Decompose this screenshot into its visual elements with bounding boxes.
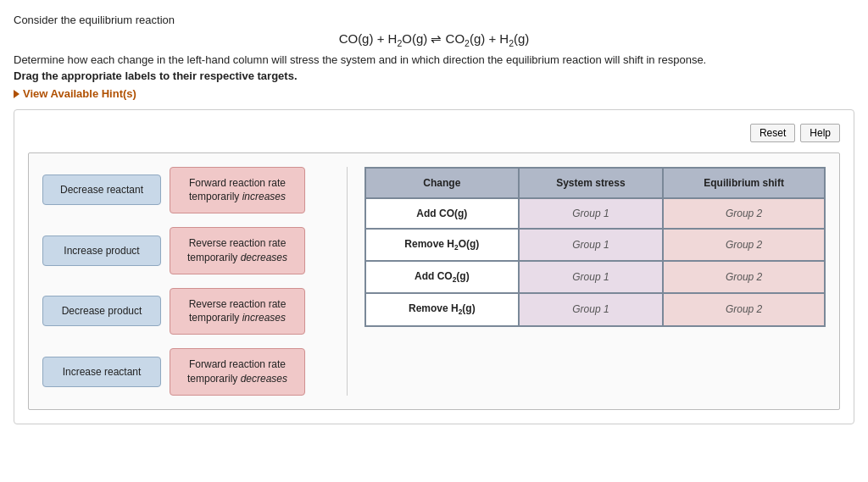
pink-label-2[interactable]: Reverse reaction rate temporarily decrea… xyxy=(170,227,305,274)
shift-cell-4[interactable]: Group 2 xyxy=(663,293,825,325)
description-text: Determine how each change in the left-ha… xyxy=(14,53,854,66)
list-item: Increase product Reverse reaction rate t… xyxy=(42,227,338,274)
stress-cell-3[interactable]: Group 1 xyxy=(519,261,664,293)
pink-label-3[interactable]: Reverse reaction rate temporarily increa… xyxy=(170,288,305,335)
blue-label-increase-product[interactable]: Increase product xyxy=(42,235,161,266)
stress-cell-2[interactable]: Group 1 xyxy=(519,229,664,261)
change-cell-1: Add CO(g) xyxy=(365,198,519,229)
equation: CO(g) + H2O(g) ⇌ CO2(g) + H2(g) xyxy=(14,31,854,48)
change-cell-4: Remove H2(g) xyxy=(365,293,519,325)
list-item: Decrease product Reverse reaction rate t… xyxy=(42,288,338,335)
hint-link[interactable]: View Available Hint(s) xyxy=(14,87,136,100)
col-header-stress: System stress xyxy=(519,168,664,198)
shift-cell-2[interactable]: Group 2 xyxy=(663,229,825,261)
top-buttons: Reset Help xyxy=(28,124,840,142)
equilibrium-table: Change System stress Equilibrium shift A… xyxy=(364,167,826,327)
col-header-shift: Equilibrium shift xyxy=(663,168,825,198)
list-item: Increase reactant Forward reaction rate … xyxy=(42,348,338,396)
list-item: Decrease reactant Forward reaction rate … xyxy=(42,167,338,214)
table-row: Add CO(g) Group 1 Group 2 xyxy=(365,198,825,229)
blue-label-decrease-product[interactable]: Decrease product xyxy=(42,296,161,326)
shift-cell-1[interactable]: Group 2 xyxy=(663,198,825,229)
change-cell-2: Remove H2O(g) xyxy=(365,229,519,261)
blue-label-increase-reactant[interactable]: Increase reactant xyxy=(42,357,161,387)
pink-label-4[interactable]: Forward reaction rate temporarily decrea… xyxy=(170,348,305,396)
table-row: Add CO2(g) Group 1 Group 2 xyxy=(365,261,825,293)
stress-cell-4[interactable]: Group 1 xyxy=(519,293,664,325)
reset-button[interactable]: Reset xyxy=(750,124,795,142)
drag-instruction: Drag the appropriate labels to their res… xyxy=(14,69,854,82)
hint-arrow-icon xyxy=(14,90,19,98)
header-section: Consider the equilibrium reaction CO(g) … xyxy=(14,14,854,101)
col-header-change: Change xyxy=(365,168,519,198)
table-panel: Change System stress Equilibrium shift A… xyxy=(364,167,826,396)
labels-panel: Decrease reactant Forward reaction rate … xyxy=(42,167,348,396)
table-row: Remove H2O(g) Group 1 Group 2 xyxy=(365,229,825,261)
hint-label: View Available Hint(s) xyxy=(23,87,136,100)
change-cell-3: Add CO2(g) xyxy=(365,261,519,293)
help-button[interactable]: Help xyxy=(800,124,840,142)
table-row: Remove H2(g) Group 1 Group 2 xyxy=(365,293,825,325)
shift-cell-3[interactable]: Group 2 xyxy=(663,261,825,293)
blue-label-decrease-reactant[interactable]: Decrease reactant xyxy=(42,175,161,205)
content-area: Decrease reactant Forward reaction rate … xyxy=(28,152,840,410)
stress-cell-1[interactable]: Group 1 xyxy=(519,198,664,229)
pink-label-1[interactable]: Forward reaction rate temporarily increa… xyxy=(170,167,305,214)
main-box: Reset Help Decrease reactant Forward rea… xyxy=(14,109,854,424)
intro-text: Consider the equilibrium reaction xyxy=(14,14,854,26)
